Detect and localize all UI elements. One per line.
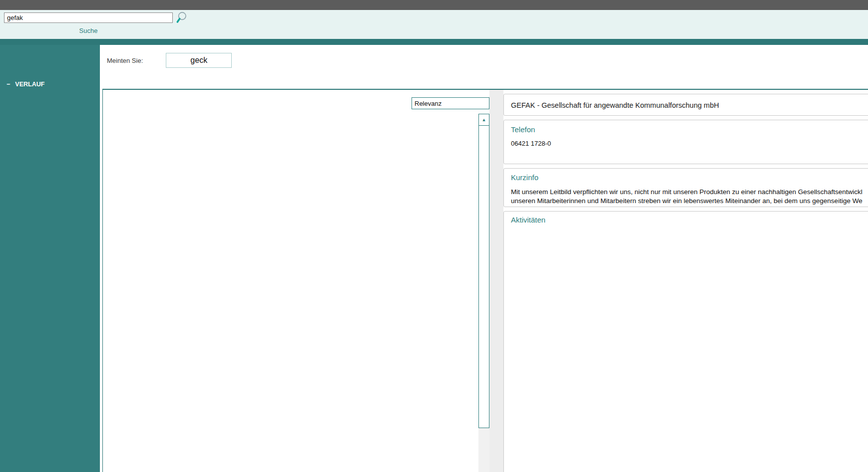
result-list-panel: Relevanz ▲: [102, 90, 489, 472]
activities-heading: Aktivitäten: [504, 216, 868, 228]
result-tabs: [102, 76, 868, 90]
history-section-header[interactable]: − VERLAUF: [0, 78, 100, 91]
search-header: Suche: [0, 10, 868, 39]
suggestion-row: Meinten Sie: geck: [102, 45, 868, 76]
suggestion-label: Meinten Sie:: [107, 57, 143, 64]
search-label: Suche: [4, 27, 173, 34]
shortinfo-section: Kurzinfo Mit unserem Leitbild verpflicht…: [503, 168, 868, 207]
scroll-up-button[interactable]: ▲: [478, 114, 489, 126]
search-icon[interactable]: [176, 10, 190, 24]
shortinfo-line: unseren Mitarbeiterinnen und Mitarbeiter…: [511, 197, 863, 206]
activities-section: Aktivitäten: [503, 211, 868, 472]
panel-divider: [489, 90, 503, 472]
shortinfo-line: Mit unserem Leitbild verpflichten wir un…: [511, 188, 863, 197]
detail-title: GEFAK - Gesellschaft für angewandte Komm…: [503, 94, 868, 116]
search-input[interactable]: [4, 12, 173, 23]
sort-select[interactable]: Relevanz: [412, 97, 489, 109]
detail-panel: GEFAK - Gesellschaft für angewandte Komm…: [503, 90, 868, 472]
sidebar: − VERLAUF: [0, 45, 100, 472]
shortinfo-heading: Kurzinfo: [511, 173, 863, 182]
menubar: [0, 0, 868, 10]
collapse-icon[interactable]: −: [6, 81, 10, 88]
phone-value: 06421 1728-0: [511, 140, 863, 147]
scrollbar-thumb[interactable]: [478, 126, 489, 428]
header-divider: [0, 39, 868, 45]
suggestion-button[interactable]: geck: [166, 53, 232, 68]
phone-heading: Telefon: [511, 125, 863, 134]
list-scrollbar[interactable]: ▲: [478, 114, 489, 472]
phone-section: Telefon 06421 1728-0: [503, 120, 868, 164]
history-label: VERLAUF: [15, 81, 44, 88]
